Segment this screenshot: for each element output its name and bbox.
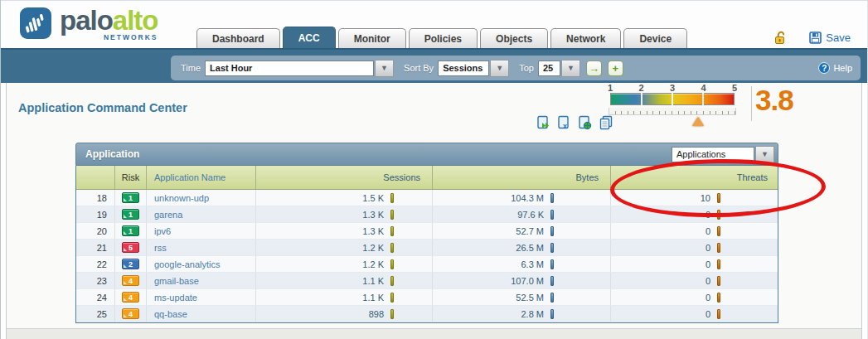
column-header-application-name[interactable]: Application Name: [147, 166, 256, 189]
save-button[interactable]: Save: [809, 31, 851, 44]
bottom-strip: [7, 328, 861, 339]
bytes-bar-icon: [550, 193, 554, 203]
application-link[interactable]: google-analytics: [147, 256, 256, 272]
application-table: Risk Application Name Sessions Bytes Thr…: [75, 166, 778, 323]
risk-cell: 2: [115, 256, 147, 272]
meter-ruler: [609, 108, 736, 115]
page-title: Application Command Center: [18, 101, 187, 114]
view-select[interactable]: Applications: [672, 147, 754, 162]
export-xml-icon[interactable]: x: [557, 115, 572, 130]
threats-bar-icon: [717, 210, 720, 220]
help-link[interactable]: ? Help: [818, 62, 852, 74]
risk-meter: 1 2 3 4 5: [610, 83, 735, 124]
tab-monitor[interactable]: Monitor: [338, 28, 406, 49]
bytes-value: 52.5 M: [516, 293, 544, 303]
risk-value: 3.8: [755, 84, 793, 117]
bytes-value: 6.3 M: [521, 259, 544, 269]
sessions-cell: 898: [256, 306, 433, 322]
application-link[interactable]: garena: [147, 206, 256, 222]
export-icons: x: [536, 115, 613, 130]
bytes-bar-icon: [550, 226, 554, 236]
table-row: 21 5 rss 1.2 K 26.5 M 0: [76, 240, 778, 256]
time-select[interactable]: Last Hour: [205, 61, 374, 76]
table-row: 25 4 qq-base 898 2.8 M 0: [76, 306, 778, 322]
threats-bar-icon: [717, 276, 720, 286]
sessions-bar-icon: [390, 309, 394, 319]
threats-cell: 0: [611, 223, 778, 239]
risk-cell: 4: [115, 289, 147, 305]
view-dropdown-arrow[interactable]: ▼: [755, 146, 774, 163]
sessions-cell: 1.3 K: [256, 223, 433, 239]
column-header-risk[interactable]: Risk: [115, 166, 147, 189]
sessions-bar-icon: [390, 259, 394, 269]
table-header-row: Risk Application Name Sessions Bytes Thr…: [76, 166, 778, 190]
sort-by-dropdown-arrow[interactable]: ▼: [490, 60, 509, 77]
export-data-icon[interactable]: [536, 115, 551, 130]
sessions-cell: 1.3 K: [256, 206, 433, 222]
main-tab-bar: Dashboard ACC Monitor Policies Objects N…: [196, 27, 687, 49]
threats-cell: 0: [611, 206, 778, 222]
threats-value: 10: [701, 193, 710, 203]
bytes-value: 97.6 K: [517, 210, 544, 220]
apply-filter-button[interactable]: →: [586, 61, 602, 76]
sessions-cell: 1.1 K: [256, 289, 433, 305]
risk-badge: 2: [122, 259, 139, 269]
risk-badge: 4: [122, 275, 139, 286]
threats-cell: 10: [611, 190, 778, 206]
application-link[interactable]: ipv6: [147, 223, 256, 239]
tab-policies[interactable]: Policies: [409, 28, 478, 49]
application-panel: Application Applications ▼ Risk Applicat…: [75, 143, 778, 323]
save-floppy-icon: [809, 31, 822, 44]
sort-by-select[interactable]: Sessions: [438, 61, 489, 76]
application-link[interactable]: unknown-udp: [147, 190, 256, 206]
top-label: Top: [519, 63, 534, 73]
tab-objects[interactable]: Objects: [480, 28, 548, 49]
meter-tick-4: 4: [701, 83, 706, 93]
threats-bar-icon: [717, 193, 720, 203]
meter-gap: [641, 93, 643, 105]
top-select[interactable]: 25: [538, 61, 560, 76]
application-link[interactable]: qq-base: [147, 306, 256, 322]
bytes-cell: 6.3 M: [433, 256, 611, 272]
top-header: paloalto NETWORKS Dashboard ACC Monitor …: [1, 0, 867, 48]
sessions-cell: 1.1 K: [256, 273, 433, 288]
column-header-threats[interactable]: Threats: [611, 166, 778, 189]
export-web-icon[interactable]: [578, 115, 593, 130]
lock-icon[interactable]: [773, 31, 788, 45]
panel-title: Application: [85, 148, 139, 160]
time-dropdown-arrow[interactable]: ▼: [375, 60, 394, 77]
acc-toolbar: Time Last Hour ▼ Sort By Sessions ▼ Top …: [171, 56, 861, 80]
sessions-value: 1.3 K: [362, 226, 384, 236]
application-link[interactable]: ms-update: [147, 289, 256, 305]
tab-acc[interactable]: ACC: [283, 27, 336, 49]
paloalto-logo: paloalto NETWORKS: [19, 7, 158, 41]
column-header-bytes[interactable]: Bytes: [433, 166, 611, 189]
table-row: 18 1 unknown-udp 1.5 K 104.3 M 10: [76, 190, 778, 206]
tab-network[interactable]: Network: [550, 28, 621, 49]
copy-icon[interactable]: [599, 115, 613, 130]
meter-tick-5: 5: [732, 83, 737, 93]
sessions-value: 898: [369, 309, 384, 319]
tab-device[interactable]: Device: [623, 28, 687, 49]
bytes-value: 52.7 M: [516, 226, 544, 236]
threats-value: 0: [706, 276, 710, 286]
sessions-bar-icon: [390, 193, 394, 203]
sort-by-label: Sort By: [404, 63, 434, 73]
sessions-value: 1.1 K: [362, 293, 384, 303]
threats-cell: 0: [611, 256, 778, 272]
table-row: 24 4 ms-update 1.1 K 52.5 M 0: [76, 289, 778, 306]
tab-dashboard[interactable]: Dashboard: [196, 28, 280, 49]
rank-cell: 23: [76, 273, 115, 288]
threats-cell: 0: [611, 240, 778, 255]
column-header-sessions[interactable]: Sessions: [256, 166, 433, 189]
meter-tick-1: 1: [608, 83, 613, 93]
bytes-cell: 52.7 M: [433, 223, 611, 239]
rank-cell: 20: [76, 223, 115, 239]
svg-text:x: x: [563, 122, 567, 130]
application-link[interactable]: gmail-base: [147, 273, 256, 288]
view-selector: Applications ▼: [672, 146, 774, 163]
threats-cell: 0: [611, 306, 778, 322]
application-link[interactable]: rss: [147, 240, 256, 255]
top-dropdown-arrow[interactable]: ▼: [561, 60, 580, 77]
add-filter-button[interactable]: +: [608, 61, 623, 76]
